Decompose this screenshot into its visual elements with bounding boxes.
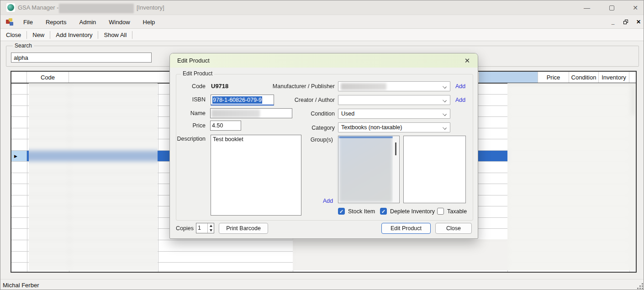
redacted-table-content [29, 83, 158, 271]
column-divider [158, 84, 158, 272]
inventory-column-header[interactable]: Inventory [599, 72, 629, 83]
globe-icon [7, 4, 14, 11]
current-row-arrow-icon: ▶ [14, 154, 17, 158]
window-minimize-button[interactable]: — [577, 0, 597, 15]
redacted-groups-content [339, 137, 393, 202]
menu-file[interactable]: File [17, 15, 39, 29]
code-column-header[interactable]: Code [27, 72, 69, 83]
isbn-label: ISBN [170, 96, 206, 103]
code-label: Code [170, 83, 206, 90]
dialog-close-button[interactable]: Close [435, 223, 472, 234]
restore-icon [623, 20, 628, 24]
creator-dropdown[interactable] [338, 95, 450, 105]
mdi-restore-button[interactable] [623, 18, 629, 26]
isbn-selected-text: 978-1-60826-079-9 [212, 96, 262, 104]
redacted-manufacturer-value [341, 83, 386, 90]
category-value: Textbooks (non-taxable) [341, 124, 402, 131]
price-field[interactable]: 4.50 [210, 121, 241, 131]
code-value: U9718 [211, 83, 228, 90]
copies-label: Copies [176, 225, 194, 232]
toolbar-show-all-button[interactable]: Show All [98, 32, 132, 38]
scrollbar-thumb[interactable] [395, 142, 396, 155]
stock-item-checkbox[interactable]: ✓ [338, 208, 345, 215]
window-title-prefix: GSA Manager - [18, 4, 59, 11]
add-group-link[interactable]: Add [323, 198, 333, 204]
window-maximize-button[interactable] [602, 0, 622, 15]
column-divider [27, 84, 27, 272]
down-arrow-icon [210, 229, 212, 232]
menu-help[interactable]: Help [137, 15, 162, 29]
dialog-close-icon[interactable]: ✕ [461, 55, 473, 66]
print-barcode-button[interactable]: Print Barcode [219, 223, 268, 234]
category-label: Category [257, 125, 335, 131]
toolbar-add-inventory-button[interactable]: Add Inventory [50, 32, 98, 38]
manufacturer-dropdown[interactable] [338, 81, 450, 91]
search-input[interactable] [11, 53, 152, 63]
spinner-down-button[interactable] [208, 228, 214, 233]
price-label: Price [170, 122, 206, 129]
groupbox-label: Edit Product [181, 70, 214, 77]
row-indicator-column-header[interactable] [11, 72, 27, 83]
title-bar: GSA Manager - [Inventory] — ✕ [0, 0, 644, 15]
category-dropdown[interactable]: Textbooks (non-taxable) [338, 122, 450, 132]
resize-grip[interactable] [637, 283, 643, 289]
sorted-column-header[interactable] [479, 72, 538, 83]
scrollbar-gutter [629, 72, 636, 83]
description-label: Description [170, 136, 206, 142]
groups-listbox-selected[interactable] [338, 136, 400, 203]
toolbar-new-button[interactable]: New [27, 32, 50, 38]
condition-dropdown[interactable]: Used [338, 109, 450, 119]
creator-label: Creator / Author [257, 97, 335, 103]
up-arrow-icon [210, 225, 212, 227]
groups-label: Group(s) [257, 137, 333, 143]
toolbar: Close New Add Inventory Show All [0, 29, 644, 41]
redacted-table-content [293, 239, 507, 270]
price-column-header[interactable]: Price [538, 72, 569, 83]
copies-spinner[interactable]: 1 [196, 223, 214, 233]
menu-reports[interactable]: Reports [39, 15, 73, 29]
add-creator-link[interactable]: Add [455, 97, 465, 103]
toolbar-close-button[interactable]: Close [0, 32, 26, 38]
mdi-minimize-button[interactable]: _ [610, 18, 616, 26]
menu-admin[interactable]: Admin [73, 15, 102, 29]
condition-value: Used [341, 111, 354, 117]
app-window: GSA Manager - [Inventory] — ✕ File Repor… [0, 0, 644, 290]
menu-window[interactable]: Window [102, 15, 136, 29]
taxable-checkbox[interactable] [437, 208, 444, 215]
groups-scrollbar[interactable] [393, 137, 399, 202]
selected-group-highlight [339, 137, 393, 138]
menu-bar: File Reports Admin Window Help _ ✕ [0, 15, 644, 29]
spinner-up-button[interactable] [208, 223, 214, 228]
search-label: Search [13, 42, 34, 49]
deplete-inventory-checkbox[interactable]: ✓ [380, 208, 387, 215]
manufacturer-label: Manufacturer / Publisher [257, 83, 335, 90]
redacted-name-value [211, 110, 260, 117]
mdi-close-button[interactable]: ✕ [635, 18, 642, 26]
status-bar: Michal Ferber [0, 279, 644, 290]
deplete-inventory-label: Deplete Inventory [390, 208, 435, 215]
stock-item-label: Stock Item [348, 208, 375, 215]
condition-label: Condition [257, 111, 335, 117]
edit-product-button[interactable]: Edit Product [381, 223, 431, 234]
dialog-title: Edit Product [177, 57, 210, 64]
description-field[interactable]: Test booklet [211, 135, 301, 216]
window-close-button[interactable]: ✕ [625, 0, 644, 15]
groups-listbox-available[interactable] [403, 136, 466, 203]
app-logo-icon [6, 3, 15, 12]
status-user-name: Michal Ferber [3, 282, 39, 289]
name-label: Name [170, 110, 206, 116]
edit-product-dialog: Edit Product ✕ Edit Product Code ISBN Na… [169, 53, 478, 239]
chevron-down-icon [443, 126, 447, 130]
selected-row-indicator-cell: ▶ [11, 151, 27, 161]
window-title-suffix: [Inventory] [137, 4, 164, 11]
dialog-title-bar: Edit Product ✕ [170, 53, 478, 68]
chevron-down-icon [443, 112, 447, 116]
toolbar-separator [132, 31, 132, 39]
chevron-down-icon [443, 98, 447, 102]
condition-column-header[interactable]: Condition [569, 72, 599, 83]
copies-value: 1 [198, 225, 201, 231]
redacted-title-text [59, 4, 134, 13]
mdi-child-icon [6, 18, 14, 26]
add-manufacturer-link[interactable]: Add [455, 83, 465, 90]
taxable-label: Taxable [447, 208, 467, 215]
